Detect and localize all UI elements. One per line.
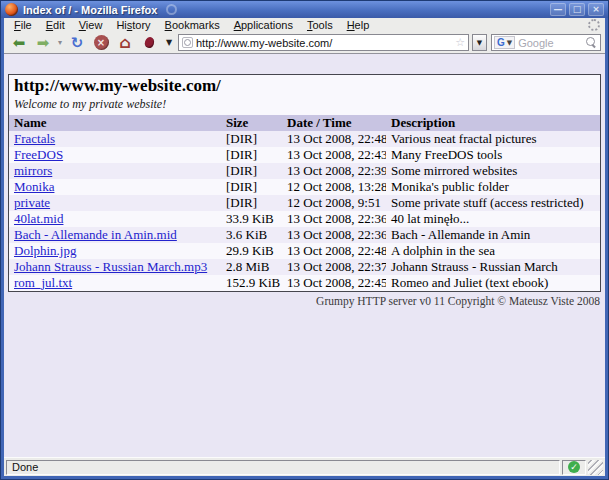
search-input[interactable] [518, 37, 583, 49]
file-link[interactable]: 40lat.mid [14, 211, 63, 226]
menubar-item-file[interactable]: File [7, 18, 39, 32]
file-link[interactable]: mirrors [14, 163, 52, 178]
date-cell: 13 Oct 2008, 22:37 [282, 259, 386, 275]
titlebar: Index of / - Mozilla Firefox — □ × [1, 1, 608, 18]
file-link[interactable]: Monika [14, 179, 54, 194]
menubar-item-applications[interactable]: Applications [227, 18, 300, 32]
column-header-date: Date / Time [282, 115, 386, 131]
toolbar-dropdown-icon[interactable]: ▼ [162, 38, 176, 47]
date-cell: 13 Oct 2008, 22:45 [282, 275, 386, 291]
size-cell: [DIR] [221, 179, 282, 195]
description-cell: Some mirrored websites [386, 163, 600, 179]
menubar-item-edit[interactable]: Edit [39, 18, 72, 32]
forward-history-dropdown-icon[interactable]: ▾ [56, 38, 64, 47]
maximize-button-icon[interactable]: □ [569, 3, 585, 16]
browser-window: Index of / - Mozilla Firefox — □ × FileE… [0, 0, 609, 480]
search-box: G ▼ [491, 34, 601, 51]
window-title: Index of / - Mozilla Firefox [23, 4, 157, 16]
stop-icon: × [94, 35, 109, 50]
menubar-item-help[interactable]: Help [340, 18, 377, 32]
extension-button[interactable] [138, 33, 160, 52]
client-area: FileEditViewHistoryBookmarksApplications… [4, 18, 605, 476]
file-link[interactable]: Johann Strauss - Russian March.mp3 [14, 259, 207, 274]
size-cell: 3.6 KiB [221, 227, 282, 243]
name-cell: rom_jul.txt [9, 275, 221, 291]
name-cell: mirrors [9, 163, 221, 179]
minimize-button-icon[interactable]: — [550, 3, 566, 16]
file-link[interactable]: Fractals [14, 131, 55, 146]
size-cell: 152.9 KiB [221, 275, 282, 291]
stop-button[interactable]: × [90, 33, 112, 52]
resize-grip[interactable] [588, 460, 603, 475]
size-cell: [DIR] [221, 195, 282, 211]
description-cell: A dolphin in the sea [386, 243, 600, 259]
navigation-toolbar: ⬅ ➡ ▾ ↻ × ⌂ ▼ ☆ ▼ G ▼ [4, 32, 605, 54]
size-cell: 29.9 KiB [221, 243, 282, 259]
description-cell: Johann Strauss - Russian March [386, 259, 600, 275]
firefox-app-icon[interactable] [5, 3, 18, 16]
size-cell: [DIR] [221, 163, 282, 179]
column-header-description: Description [386, 115, 600, 131]
date-cell: 13 Oct 2008, 22:48 [282, 243, 386, 259]
date-cell: 12 Oct 2008, 13:28 [282, 179, 386, 195]
google-logo-icon: G [497, 38, 505, 48]
file-link[interactable]: Dolphin.jpg [14, 243, 76, 258]
date-cell: 13 Oct 2008, 22:39 [282, 163, 386, 179]
welcome-text: Welcome to my private website! [14, 97, 595, 112]
search-engine-selector[interactable]: G ▼ [494, 36, 515, 49]
url-history-dropdown-icon[interactable]: ▼ [472, 34, 487, 51]
menubar-item-tools[interactable]: Tools [300, 18, 340, 32]
description-cell: Some private stuff (access restricted) [386, 195, 600, 211]
size-cell: 33.9 KiB [221, 211, 282, 227]
statusbar: Done ✓ [4, 457, 605, 476]
name-cell: FreeDOS [9, 147, 221, 163]
url-bar: ☆ [178, 34, 469, 51]
description-cell: Romeo and Juliet (text ebook) [386, 275, 600, 291]
forward-icon[interactable]: ➡ [32, 33, 54, 52]
size-cell: [DIR] [221, 147, 282, 163]
search-icon[interactable] [586, 37, 597, 48]
throbber-icon [588, 19, 600, 31]
file-link[interactable]: private [14, 195, 50, 210]
name-cell: Johann Strauss - Russian March.mp3 [9, 259, 221, 275]
status-ok-check-icon: ✓ [568, 461, 580, 473]
date-cell: 13 Oct 2008, 22:48 [282, 131, 386, 147]
bookmark-star-icon[interactable]: ☆ [455, 37, 465, 48]
close-button-icon[interactable]: × [588, 3, 604, 16]
listing-header: http://www.my-website.com/ Welcome to my… [9, 75, 600, 115]
date-cell: 13 Oct 2008, 22:43 [282, 147, 386, 163]
search-engine-dropdown-icon: ▼ [507, 39, 512, 47]
page-title: http://www.my-website.com/ [14, 77, 595, 96]
file-link[interactable]: Bach - Allemande in Amin.mid [14, 227, 177, 242]
back-icon[interactable]: ⬅ [8, 33, 30, 52]
url-input[interactable] [196, 37, 452, 49]
file-link[interactable]: FreeDOS [14, 147, 63, 162]
size-cell: [DIR] [221, 131, 282, 147]
window-controls: — □ × [550, 3, 604, 16]
size-cell: 2.8 MiB [221, 259, 282, 275]
description-cell: Various neat fractal pictures [386, 131, 600, 147]
menubar-item-view[interactable]: View [72, 18, 110, 32]
menubar-item-bookmarks[interactable]: Bookmarks [158, 18, 227, 32]
description-cell: Many FreeDOS tools [386, 147, 600, 163]
name-cell: Bach - Allemande in Amin.mid [9, 227, 221, 243]
date-cell: 13 Oct 2008, 22:36 [282, 211, 386, 227]
date-cell: 12 Oct 2008, 9:51 [282, 195, 386, 211]
file-link[interactable]: rom_jul.txt [14, 275, 72, 290]
listing-table: Fractals[DIR]13 Oct 2008, 22:48Various n… [9, 131, 600, 291]
menubar-items: FileEditViewHistoryBookmarksApplications… [4, 18, 605, 32]
page-favicon-icon[interactable] [182, 37, 193, 48]
server-footer: Grumpy HTTP server v0 11 Copyright © Mat… [8, 292, 601, 307]
extension-icon [143, 36, 155, 49]
reload-icon[interactable]: ↻ [66, 33, 88, 52]
description-cell: Monika's public folder [386, 179, 600, 195]
date-cell: 13 Oct 2008, 22:36 [282, 227, 386, 243]
home-icon[interactable]: ⌂ [114, 33, 136, 52]
status-indicator-panel[interactable]: ✓ [562, 460, 586, 475]
page-viewport: http://www.my-website.com/ Welcome to my… [4, 54, 605, 457]
name-cell: private [9, 195, 221, 211]
status-text: Done [6, 460, 560, 475]
menubar-item-history[interactable]: History [109, 18, 157, 32]
titlebar-ghost-icon [166, 4, 177, 15]
column-header-size: Size [221, 115, 282, 131]
